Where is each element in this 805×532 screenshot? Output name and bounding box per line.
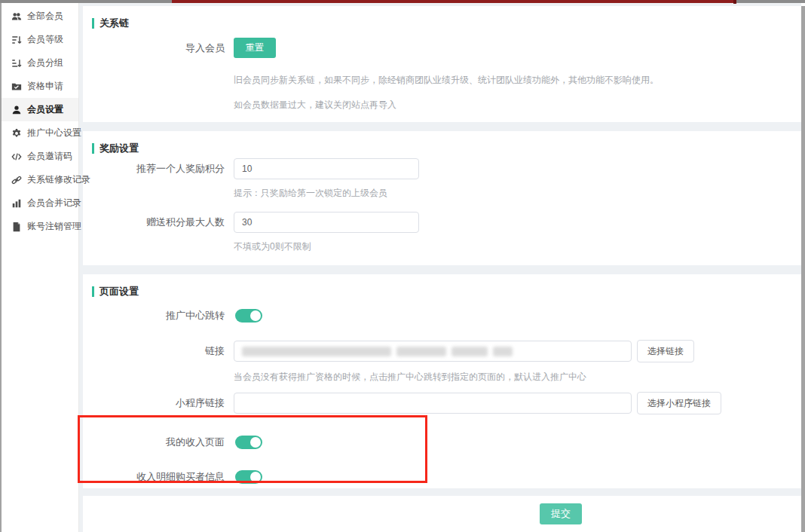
section-title: 奖励设置 (99, 142, 139, 155)
recommend-points-row: 推荐一个人奖励积分 (83, 158, 801, 179)
section-title: 页面设置 (99, 285, 139, 298)
sidebar-item-member-settings[interactable]: 会员设置 (2, 98, 78, 121)
buyer-info-toggle[interactable] (235, 470, 262, 484)
miniprogram-link-label: 小程序链接 (83, 396, 230, 410)
sidebar-item-label: 推广中心设置 (27, 127, 81, 139)
gift-points-input[interactable] (234, 212, 419, 233)
miniprogram-link-input[interactable] (234, 393, 632, 414)
section-accent-bar (92, 143, 94, 154)
sidebar-item-label: 账号注销管理 (27, 220, 81, 233)
sort-numeric-icon (11, 35, 22, 45)
section-accent-bar (92, 18, 94, 29)
section-header: 奖励设置 (83, 131, 801, 155)
file-icon (11, 222, 22, 232)
recommend-points-input[interactable] (234, 158, 419, 179)
recommend-points-helper: 提示：只奖励给第一次锁定的上级会员 (234, 187, 801, 200)
income-page-row: 我的收入页面 (83, 436, 801, 449)
sidebar-item-qualification[interactable]: 资格申请 (2, 75, 78, 98)
redacted-text-block (396, 347, 446, 356)
link-label: 链接 (83, 344, 230, 358)
chart-icon (11, 198, 22, 209)
toggle-knob (250, 437, 261, 448)
toggle-knob (250, 472, 261, 482)
reset-button[interactable]: 重置 (234, 38, 276, 58)
miniprogram-link-row: 小程序链接 选择小程序链接 (83, 392, 801, 414)
sidebar-item-label: 会员邀请码 (27, 150, 72, 163)
user-icon (11, 105, 22, 115)
sidebar-item-promo-center-settings[interactable]: 推广中心设置 (2, 121, 78, 145)
sort-alpha-icon (11, 58, 22, 69)
gear-icon (11, 128, 22, 139)
sidebar-item-member-levels[interactable]: 会员等级 (2, 28, 78, 51)
gift-points-label: 赠送积分最大人数 (83, 216, 230, 229)
section-header: 页面设置 (83, 274, 801, 298)
reward-settings-card: 奖励设置 推荐一个人奖励积分 提示：只奖励给第一次锁定的上级会员 赠送积分最大人… (83, 131, 801, 265)
top-red-line-cap (733, 0, 736, 4)
section-title: 关系链 (99, 17, 129, 30)
top-window-bar (0, 0, 805, 3)
import-helper-1: 旧会员同步新关系链，如果不同步，除经销商团队业绩升级、统计团队业绩功能外，其他功… (234, 74, 801, 87)
promo-jump-label: 推广中心跳转 (83, 309, 230, 323)
sidebar-item-label: 全部会员 (27, 10, 63, 23)
import-helper-2: 如会员数据量过大，建议关闭站点再导入 (234, 99, 801, 112)
sidebar-item-label: 会员分组 (27, 57, 63, 69)
window-left-border (0, 3, 2, 532)
section-accent-bar (92, 286, 94, 297)
buyer-info-row: 收入明细购买者信息 (83, 470, 801, 484)
toggle-knob (250, 310, 261, 321)
redacted-text-block (493, 347, 513, 356)
redacted-text-block (451, 347, 488, 356)
submit-bar: 提交 (83, 496, 801, 532)
recommend-points-label: 推荐一个人奖励积分 (83, 162, 230, 176)
sidebar-item-relation-log[interactable]: 关系链修改记录 (2, 168, 78, 191)
buyer-info-label: 收入明细购买者信息 (83, 470, 230, 484)
relation-chain-card: 关系链 导入会员 重置 旧会员同步新关系链，如果不同步，除经销商团队业绩升级、统… (83, 6, 801, 122)
member-settings-screen: 全部会员 会员等级 会员分组 资格申请 会员设置 推广中心设置 会员邀请码 关 (0, 0, 805, 532)
sidebar-item-account-cancel[interactable]: 账号注销管理 (2, 215, 78, 238)
users-icon (11, 11, 22, 22)
link-icon (11, 175, 22, 185)
redacted-text-block (242, 347, 391, 356)
link-row: 链接 选择链接 (83, 340, 801, 362)
promo-jump-row: 推广中心跳转 (83, 309, 801, 323)
page-settings-card: 页面设置 推广中心跳转 链接 选择链接 当会员没有获得推广资格的时候，点击推广中… (83, 274, 801, 488)
sidebar-item-invite-code[interactable]: 会员邀请码 (2, 145, 78, 168)
sidebar-item-all-members[interactable]: 全部会员 (2, 5, 78, 28)
sidebar-item-merge-log[interactable]: 会员合并记录 (2, 191, 78, 215)
sidebar: 全部会员 会员等级 会员分组 资格申请 会员设置 推广中心设置 会员邀请码 关 (2, 3, 79, 532)
promo-jump-toggle[interactable] (235, 309, 262, 323)
gift-points-row: 赠送积分最大人数 (83, 212, 801, 233)
window-right-border (801, 6, 805, 532)
sidebar-item-label: 会员设置 (27, 103, 63, 116)
sidebar-item-label: 会员合并记录 (27, 197, 81, 209)
import-member-label: 导入会员 (83, 41, 230, 55)
main-content: 关系链 导入会员 重置 旧会员同步新关系链，如果不同步，除经销商团队业绩升级、统… (79, 3, 801, 532)
income-page-label: 我的收入页面 (83, 436, 230, 449)
top-red-line (172, 0, 735, 3)
code-icon (11, 151, 22, 162)
submit-button[interactable]: 提交 (540, 503, 582, 524)
income-page-toggle[interactable] (235, 436, 262, 449)
import-member-row: 导入会员 重置 (83, 38, 801, 58)
sidebar-item-label: 会员等级 (27, 33, 63, 46)
link-helper: 当会员没有获得推广资格的时候，点击推广中心跳转到指定的页面的，默认进入推广中心 (234, 371, 801, 384)
sidebar-item-label: 关系链修改记录 (27, 173, 90, 186)
folder-check-icon (11, 81, 22, 92)
select-miniprogram-link-button[interactable]: 选择小程序链接 (637, 392, 721, 414)
link-input[interactable] (234, 341, 632, 362)
sidebar-item-label: 资格申请 (27, 80, 63, 93)
sidebar-item-member-groups[interactable]: 会员分组 (2, 51, 78, 75)
gift-points-helper: 不填或为0则不限制 (234, 240, 801, 253)
section-header: 关系链 (83, 6, 801, 30)
select-link-button[interactable]: 选择链接 (637, 340, 694, 362)
